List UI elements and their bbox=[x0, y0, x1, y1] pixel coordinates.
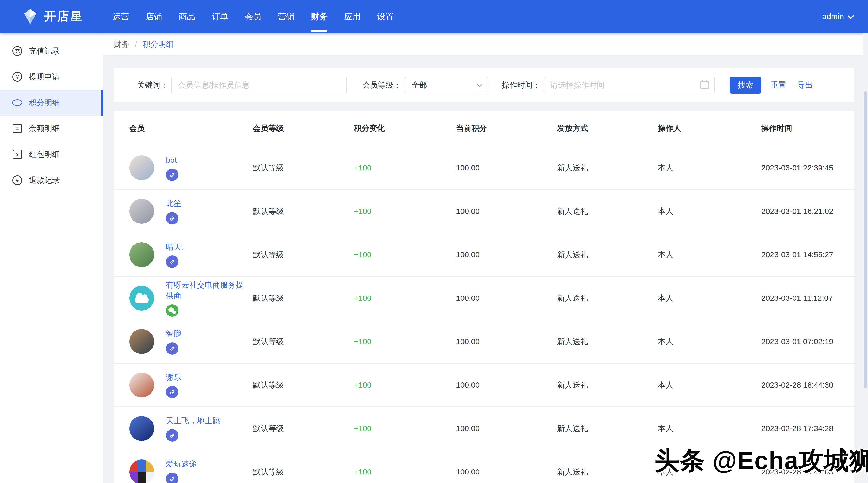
h5-link-badge-icon: ∞ bbox=[166, 255, 178, 268]
breadcrumb-current: 积分明细 bbox=[143, 39, 174, 50]
h5-link-badge-icon: ∞ bbox=[166, 169, 178, 181]
current-points: 100.00 bbox=[456, 381, 557, 389]
operate-time-input[interactable]: 请选择操作时间 bbox=[544, 77, 715, 93]
sidebar-item-recharge-records[interactable]: 充 充值记录 bbox=[0, 38, 103, 64]
search-button[interactable]: 搜索 bbox=[730, 77, 761, 94]
current-points: 100.00 bbox=[456, 467, 557, 476]
operate-time: 2023-02-28 17:34:28 bbox=[761, 424, 854, 433]
member-name-link[interactable]: 北笙 bbox=[166, 198, 182, 209]
user-menu[interactable]: admin bbox=[822, 0, 854, 33]
points-change: +100 bbox=[354, 163, 456, 172]
table-row: bot ∞ 默认等级 +100 100.00 新人送礼 本人 2023-03-0… bbox=[114, 146, 854, 190]
select-value: 全部 bbox=[411, 80, 427, 90]
sidebar-item-redpacket-detail[interactable]: ¥ 红包明细 bbox=[0, 142, 103, 167]
reset-link[interactable]: 重置 bbox=[771, 80, 786, 90]
col-operator: 操作人 bbox=[658, 123, 761, 134]
grant-method: 新人送礼 bbox=[557, 249, 658, 260]
col-current-points: 当前积分 bbox=[456, 123, 557, 134]
chevron-down-icon bbox=[847, 12, 854, 19]
member-avatar bbox=[129, 242, 154, 267]
member-avatar bbox=[129, 155, 154, 180]
wechat-badge-icon bbox=[166, 304, 178, 317]
points-change: +100 bbox=[354, 294, 456, 303]
h5-link-badge-icon: ∞ bbox=[166, 212, 178, 224]
cloud-avatar-icon bbox=[129, 286, 154, 310]
table-header: 会员 会员等级 积分变化 当前积分 发放方式 操作人 操作时间 bbox=[114, 111, 854, 146]
nav-item-operation[interactable]: 运营 bbox=[113, 0, 129, 33]
sidebar-item-points-detail[interactable]: 积分明细 bbox=[0, 90, 103, 116]
member-name-link[interactable]: 晴天。 bbox=[166, 241, 189, 252]
sidebar-item-balance-detail[interactable]: ≡ 余额明细 bbox=[0, 116, 103, 142]
scrollbar-track[interactable] bbox=[863, 33, 868, 483]
grant-method: 新人送礼 bbox=[557, 423, 658, 434]
points-change: +100 bbox=[354, 207, 456, 216]
member-level: 默认等级 bbox=[253, 423, 354, 434]
admin-username: admin bbox=[822, 12, 844, 21]
member-level: 默认等级 bbox=[253, 293, 354, 304]
member-cell: 晴天。 ∞ bbox=[129, 241, 253, 268]
nav-item-apps[interactable]: 应用 bbox=[344, 0, 361, 33]
operator: 本人 bbox=[658, 380, 761, 390]
main-nav: 运营 店铺 商品 订单 会员 营销 财务 应用 设置 bbox=[113, 0, 394, 33]
keyword-input[interactable] bbox=[171, 77, 347, 93]
member-name-link[interactable]: 谢乐 bbox=[166, 372, 182, 383]
h5-link-badge-icon: ∞ bbox=[166, 342, 178, 355]
operator: 本人 bbox=[658, 206, 761, 217]
member-avatar bbox=[129, 416, 154, 441]
operator: 本人 bbox=[658, 163, 761, 173]
member-name-link[interactable]: bot bbox=[166, 155, 177, 165]
nav-item-settings[interactable]: 设置 bbox=[377, 0, 394, 33]
member-level: 默认等级 bbox=[253, 380, 354, 390]
member-avatar bbox=[129, 459, 154, 483]
filter-card: 关键词： 会员等级： 全部 操作时间： 请选择操作时间 搜索 重置 导出 bbox=[114, 68, 854, 102]
points-change: +100 bbox=[354, 424, 456, 433]
operator: 本人 bbox=[658, 423, 761, 434]
top-navbar: 开店星 运营 店铺 商品 订单 会员 营销 财务 应用 设置 admin bbox=[0, 0, 868, 33]
member-name-link[interactable]: 天上飞，地上跳 bbox=[166, 415, 220, 426]
export-link[interactable]: 导出 bbox=[798, 80, 813, 90]
member-name-link[interactable]: 智鹏 bbox=[166, 328, 182, 339]
h5-link-badge-icon: ∞ bbox=[166, 386, 178, 398]
table-row: 有呀云社交电商服务提供商 默认等级 +100 100.00 新人送礼 本人 20… bbox=[114, 277, 854, 320]
watermark-text: 头条 @Echa攻城狮 bbox=[654, 444, 868, 478]
table-body: bot ∞ 默认等级 +100 100.00 新人送礼 本人 2023-03-0… bbox=[114, 146, 854, 483]
table-row: 天上飞，地上跳 ∞ 默认等级 +100 100.00 新人送礼 本人 2023-… bbox=[114, 407, 854, 450]
sidebar-item-withdraw-applications[interactable]: ¥ 提现申请 bbox=[0, 64, 103, 90]
table-row: 晴天。 ∞ 默认等级 +100 100.00 新人送礼 本人 2023-03-0… bbox=[114, 233, 854, 277]
member-cell: 爱玩速递 ∞ bbox=[129, 459, 253, 483]
points-change: +100 bbox=[354, 467, 456, 476]
withdraw-icon: ¥ bbox=[12, 71, 23, 82]
gem-logo-icon bbox=[22, 8, 38, 25]
current-points: 100.00 bbox=[456, 250, 557, 259]
red-packet-icon: ¥ bbox=[12, 149, 23, 160]
member-name-link[interactable]: 有呀云社交电商服务提供商 bbox=[166, 279, 244, 301]
nav-item-shop[interactable]: 店铺 bbox=[146, 0, 162, 33]
col-operate-time: 操作时间 bbox=[761, 123, 854, 134]
sidebar-item-refund-records[interactable]: ¥ 退款记录 bbox=[0, 167, 103, 193]
nav-item-goods[interactable]: 商品 bbox=[179, 0, 195, 33]
brand: 开店星 bbox=[22, 0, 84, 33]
member-level: 默认等级 bbox=[253, 249, 354, 260]
nav-item-orders[interactable]: 订单 bbox=[212, 0, 228, 33]
nav-item-marketing[interactable]: 营销 bbox=[278, 0, 294, 33]
current-points: 100.00 bbox=[456, 337, 557, 346]
calendar-icon bbox=[700, 81, 709, 89]
operate-time: 2023-03-01 11:12:07 bbox=[761, 294, 854, 303]
refund-icon: ¥ bbox=[12, 175, 23, 186]
operate-time: 2023-03-01 07:02:19 bbox=[761, 337, 854, 346]
active-indicator bbox=[101, 90, 103, 116]
current-points: 100.00 bbox=[456, 424, 557, 433]
date-placeholder: 请选择操作时间 bbox=[550, 80, 604, 90]
grant-method: 新人送礼 bbox=[557, 206, 658, 217]
scrollbar-thumb[interactable] bbox=[864, 91, 867, 388]
operate-time: 2023-03-01 16:21:02 bbox=[761, 207, 854, 216]
nav-item-members[interactable]: 会员 bbox=[245, 0, 261, 33]
member-name-link[interactable]: 爱玩速递 bbox=[166, 459, 197, 470]
recharge-icon: 充 bbox=[12, 46, 23, 56]
member-level-select[interactable]: 全部 bbox=[405, 77, 488, 93]
breadcrumb-parent[interactable]: 财务 bbox=[114, 39, 129, 50]
operator: 本人 bbox=[658, 336, 761, 347]
member-avatar bbox=[129, 329, 154, 354]
nav-item-finance[interactable]: 财务 bbox=[311, 0, 328, 33]
operate-time: 2023-02-28 18:44:30 bbox=[761, 381, 854, 389]
